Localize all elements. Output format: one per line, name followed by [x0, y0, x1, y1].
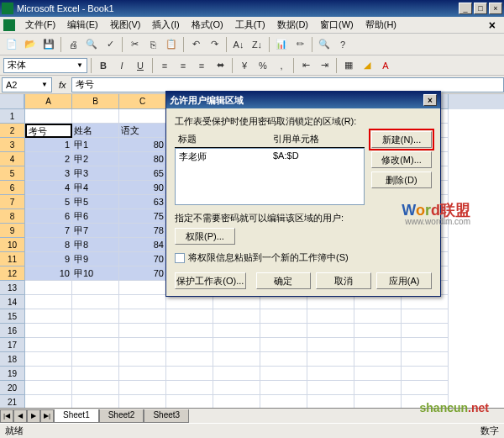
spell-icon[interactable]: ✓	[102, 36, 118, 53]
menu-file[interactable]: 文件(F)	[20, 17, 60, 33]
sheet-tab-1[interactable]: Sheet1	[54, 409, 99, 423]
underline-icon[interactable]: U	[132, 57, 149, 74]
cell[interactable]: 1	[25, 138, 72, 152]
cell[interactable]	[72, 324, 119, 338]
cell[interactable]	[354, 352, 402, 367]
row-header[interactable]: 11	[0, 252, 24, 266]
cell[interactable]: 甲3	[72, 166, 119, 181]
cell[interactable]	[25, 381, 72, 395]
cell[interactable]: 语文	[119, 124, 166, 138]
save-icon[interactable]: 💾	[40, 36, 57, 53]
bold-icon[interactable]: B	[95, 57, 112, 74]
cell[interactable]	[213, 324, 260, 338]
cell[interactable]: 80	[119, 152, 166, 166]
row-header[interactable]: 6	[0, 181, 24, 195]
cell[interactable]: 2	[25, 152, 72, 166]
formula-input[interactable]: 考号	[71, 77, 504, 92]
cut-icon[interactable]: ✂	[126, 36, 143, 53]
cell[interactable]	[307, 367, 354, 381]
copy-icon[interactable]: ⎘	[144, 36, 161, 53]
tab-last-icon[interactable]: ▶|	[40, 409, 54, 423]
cell[interactable]: 10	[25, 266, 72, 281]
menu-edit[interactable]: 编辑(E)	[62, 17, 103, 33]
fill-color-icon[interactable]: ◢	[359, 57, 375, 74]
row-header[interactable]: 2	[0, 124, 24, 138]
cell[interactable]: 80	[119, 138, 166, 152]
cell[interactable]	[260, 381, 307, 395]
cell[interactable]: 78	[119, 224, 166, 238]
modify-button[interactable]: 修改(M)...	[371, 151, 432, 168]
cell[interactable]	[213, 338, 260, 352]
row-header[interactable]: 7	[0, 195, 24, 209]
zoom-icon[interactable]: 🔍	[316, 36, 333, 53]
cell[interactable]	[166, 295, 213, 309]
cell[interactable]	[72, 367, 119, 381]
row-header[interactable]: 4	[0, 152, 24, 166]
menu-format[interactable]: 格式(O)	[186, 17, 228, 33]
ok-button[interactable]: 确定	[256, 272, 312, 289]
cell[interactable]	[25, 338, 72, 352]
cell[interactable]	[213, 295, 260, 309]
tab-next-icon[interactable]: ▶	[27, 409, 40, 423]
font-color-icon[interactable]: A	[377, 57, 394, 74]
row-header[interactable]: 10	[0, 238, 24, 252]
cell[interactable]	[213, 352, 260, 367]
cell[interactable]	[402, 352, 449, 367]
cell[interactable]	[166, 338, 213, 352]
menu-data[interactable]: 数据(D)	[272, 17, 313, 33]
cell[interactable]: 姓名	[72, 124, 119, 138]
cell[interactable]	[119, 109, 166, 124]
close-button[interactable]: ×	[489, 3, 502, 14]
cell[interactable]: 5	[25, 195, 72, 209]
cell[interactable]	[119, 281, 166, 295]
indent-inc-icon[interactable]: ⇥	[316, 57, 333, 74]
cell[interactable]	[213, 381, 260, 395]
currency-icon[interactable]: ¥	[236, 57, 253, 74]
cell[interactable]	[260, 309, 307, 324]
cell[interactable]	[119, 309, 166, 324]
row-header[interactable]: 19	[0, 367, 24, 381]
select-all-corner[interactable]	[0, 94, 24, 109]
row-header[interactable]: 5	[0, 166, 24, 181]
dialog-title-bar[interactable]: 允许用户编辑区域 ×	[166, 92, 440, 108]
cell[interactable]	[72, 309, 119, 324]
align-left-icon[interactable]: ≡	[156, 57, 173, 74]
cell[interactable]	[354, 381, 402, 395]
cell[interactable]	[260, 338, 307, 352]
cell[interactable]: 8	[25, 238, 72, 252]
maximize-button[interactable]: □	[474, 3, 487, 14]
cell[interactable]: 甲4	[72, 181, 119, 195]
cell[interactable]	[402, 324, 449, 338]
cell[interactable]	[25, 309, 72, 324]
row-header[interactable]: 12	[0, 266, 24, 281]
row-header[interactable]: 16	[0, 324, 24, 338]
cell[interactable]	[213, 367, 260, 381]
cell[interactable]	[402, 309, 449, 324]
cell[interactable]: 63	[119, 195, 166, 209]
cell[interactable]	[213, 309, 260, 324]
menu-view[interactable]: 视图(V)	[105, 17, 146, 33]
tab-prev-icon[interactable]: ◀	[13, 409, 27, 423]
cell[interactable]	[72, 281, 119, 295]
cell[interactable]: 甲10	[72, 266, 119, 281]
preview-icon[interactable]: 🔍	[83, 36, 100, 53]
cell[interactable]	[72, 109, 119, 124]
cell[interactable]: 考号	[25, 124, 72, 138]
sheet-tab-3[interactable]: Sheet3	[144, 409, 189, 423]
print-icon[interactable]: 🖨	[65, 36, 81, 53]
cell[interactable]	[354, 309, 402, 324]
cell[interactable]	[260, 367, 307, 381]
cell[interactable]: 70	[119, 266, 166, 281]
menu-tools[interactable]: 工具(T)	[230, 17, 270, 33]
cell[interactable]	[307, 309, 354, 324]
cell[interactable]	[166, 324, 213, 338]
row-header[interactable]: 9	[0, 224, 24, 238]
comma-icon[interactable]: ,	[273, 57, 290, 74]
menu-window[interactable]: 窗口(W)	[315, 17, 359, 33]
cell[interactable]	[119, 324, 166, 338]
cell[interactable]: 3	[25, 166, 72, 181]
font-selector[interactable]: 宋体 ▼	[3, 58, 87, 73]
fx-label[interactable]: fx	[54, 80, 71, 90]
delete-button[interactable]: 删除(D)	[371, 172, 432, 188]
cell[interactable]	[119, 367, 166, 381]
